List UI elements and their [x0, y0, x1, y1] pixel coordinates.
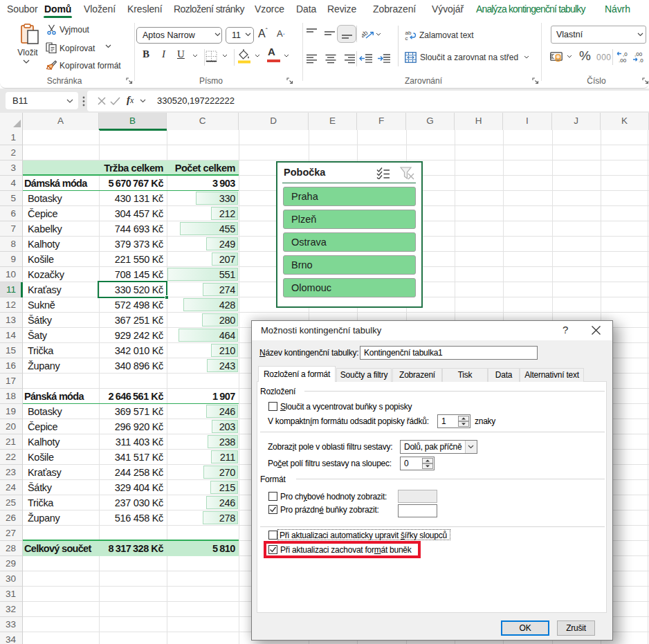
svg-text:ab: ab — [362, 28, 369, 39]
svg-text:,0: ,0 — [639, 57, 643, 63]
svg-text:,00: ,00 — [619, 57, 627, 63]
svg-text:c: c — [405, 35, 408, 41]
